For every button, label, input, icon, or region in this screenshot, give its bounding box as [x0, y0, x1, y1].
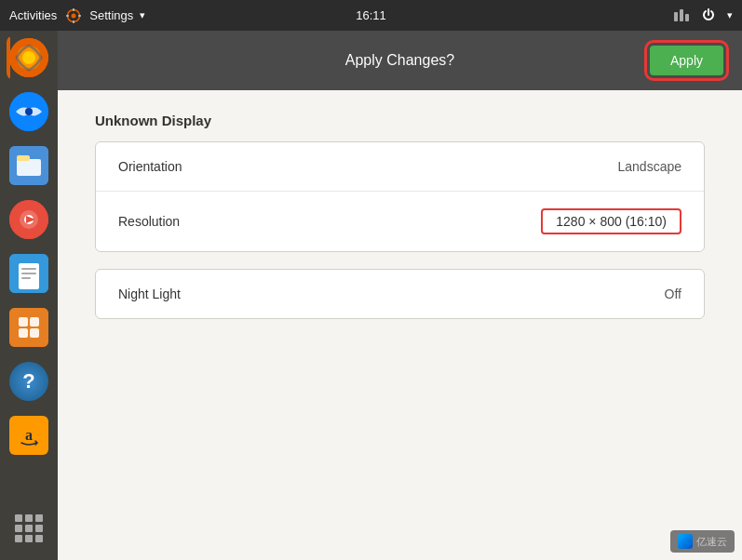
- power-icon[interactable]: [701, 8, 716, 23]
- night-light-value: Off: [665, 287, 681, 301]
- svg-rect-15: [17, 155, 30, 161]
- firefox-svg: [9, 38, 48, 77]
- svg-rect-27: [30, 317, 39, 327]
- sidebar-item-media[interactable]: [7, 197, 51, 242]
- main-content: Apply Changes? Apply Unknown Display Ori…: [58, 31, 742, 560]
- software-svg: [9, 308, 48, 347]
- media-svg: [9, 200, 48, 239]
- resolution-row: Resolution 1280 × 800 (16:10): [96, 192, 704, 251]
- sidebar-item-writer[interactable]: [7, 251, 51, 296]
- sidebar-item-apps[interactable]: [7, 506, 51, 551]
- files-svg: [9, 146, 48, 185]
- svg-rect-28: [19, 328, 28, 338]
- night-light-card: Night Light Off: [95, 269, 705, 319]
- svg-rect-3: [66, 15, 69, 17]
- resolution-value[interactable]: 1280 × 800 (16:10): [541, 208, 681, 234]
- writer-svg: [9, 254, 48, 293]
- sidebar-item-files[interactable]: [7, 143, 51, 188]
- svg-rect-23: [21, 273, 36, 274]
- svg-text:a: a: [25, 427, 33, 443]
- watermark-text: 亿速云: [696, 535, 727, 549]
- amazon-svg: a: [12, 419, 46, 452]
- settings-icon: [66, 8, 81, 23]
- svg-rect-25: [9, 308, 48, 347]
- resolution-label: Resolution: [118, 214, 180, 229]
- svg-rect-2: [73, 20, 74, 23]
- watermark-icon: [678, 534, 693, 549]
- display-settings-card: Orientation Landscape Resolution 1280 × …: [95, 141, 705, 252]
- settings-menu[interactable]: Settings ▾: [66, 8, 145, 23]
- media-icon: [9, 200, 48, 239]
- apply-button[interactable]: Apply: [650, 46, 723, 75]
- software-icon: [9, 308, 48, 347]
- firefox-icon: [9, 38, 48, 77]
- sidebar-item-help[interactable]: ?: [7, 359, 51, 404]
- svg-rect-26: [19, 317, 28, 327]
- power-arrow: ▾: [727, 9, 733, 21]
- thunderbird-icon: [9, 92, 48, 131]
- orientation-value: Landscape: [617, 159, 681, 174]
- night-light-row: Night Light Off: [96, 270, 704, 318]
- svg-rect-21: [19, 263, 39, 289]
- sidebar-item-thunderbird[interactable]: [7, 89, 51, 134]
- svg-rect-14: [17, 159, 41, 176]
- svg-rect-29: [30, 328, 39, 338]
- dialog-title: Apply Changes?: [292, 52, 508, 69]
- svg-rect-7: [685, 14, 689, 21]
- topbar: Activities Settings ▾ 16:11: [0, 0, 742, 31]
- orientation-row: Orientation Landscape: [96, 142, 704, 192]
- apps-icon: [9, 509, 48, 548]
- watermark: 亿速云: [670, 530, 735, 553]
- network-svg: [673, 8, 690, 23]
- sidebar-item-software[interactable]: [7, 305, 51, 350]
- activities-button[interactable]: Activities: [9, 8, 57, 22]
- help-icon: ?: [9, 362, 48, 401]
- topbar-time: 16:11: [356, 8, 386, 22]
- svg-rect-4: [78, 15, 81, 17]
- sidebar: ? a: [0, 31, 58, 560]
- dialog-bar: Apply Changes? Apply: [58, 31, 742, 90]
- thunderbird-svg: [9, 92, 48, 131]
- svg-rect-6: [680, 9, 683, 21]
- topbar-left: Activities Settings ▾: [9, 8, 145, 23]
- svg-rect-22: [21, 268, 36, 270]
- sidebar-item-firefox[interactable]: [7, 35, 51, 80]
- night-light-label: Night Light: [118, 287, 181, 301]
- writer-icon: [9, 254, 48, 293]
- power-svg: [701, 8, 716, 23]
- content-panel: Unknown Display Orientation Landscape Re…: [58, 90, 742, 358]
- svg-rect-1: [73, 8, 74, 11]
- orientation-label: Orientation: [118, 159, 182, 174]
- amazon-icon: a: [9, 416, 48, 455]
- section-title: Unknown Display: [95, 113, 705, 128]
- sidebar-item-amazon[interactable]: a: [7, 413, 51, 458]
- network-icon[interactable]: [673, 8, 690, 23]
- svg-point-10: [22, 51, 35, 64]
- svg-point-0: [72, 13, 76, 18]
- topbar-right: ▾: [673, 8, 733, 23]
- settings-label: Settings: [89, 8, 133, 22]
- files-icon: [9, 146, 48, 185]
- svg-rect-5: [674, 12, 678, 21]
- settings-arrow: ▾: [140, 9, 145, 21]
- svg-rect-24: [21, 277, 31, 279]
- svg-point-12: [25, 108, 33, 115]
